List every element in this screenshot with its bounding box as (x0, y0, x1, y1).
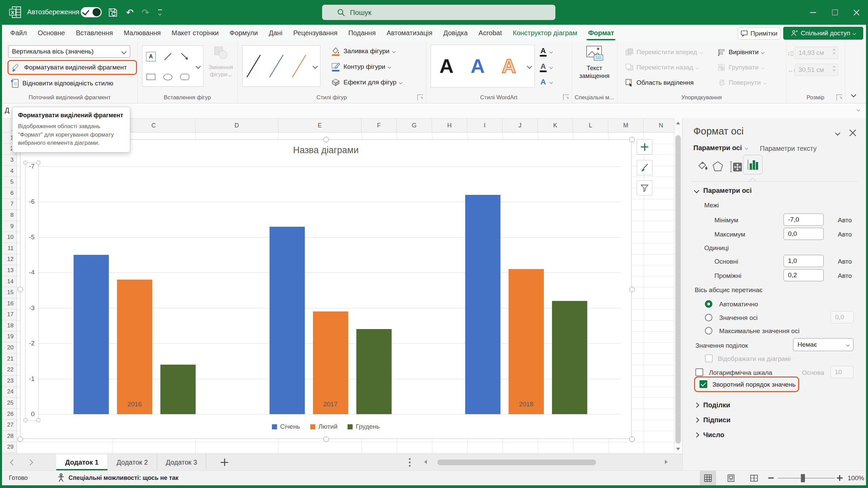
arrow-shape-icon[interactable] (176, 46, 193, 68)
undo-icon[interactable]: ↶ (124, 7, 136, 18)
ribbon-tab[interactable]: Дані (263, 25, 288, 41)
column-header[interactable]: N (644, 118, 674, 133)
row-header[interactable]: 15 (2, 287, 17, 298)
row-header[interactable]: 5 (2, 177, 17, 188)
log-scale-checkbox[interactable] (695, 368, 703, 376)
y-axis-tick-label[interactable]: -2 (20, 340, 35, 347)
chart-element-dropdown[interactable]: Вертикальна вісь (значень) (8, 45, 130, 58)
quick-access-menu-icon[interactable] (158, 9, 162, 16)
row-header[interactable]: 24 (2, 387, 17, 398)
oval-shape-icon[interactable] (159, 68, 176, 87)
row-header[interactable]: 28 (2, 431, 17, 442)
bar-Січень-2017[interactable] (270, 227, 305, 414)
axis-options-icon-selected[interactable] (743, 155, 763, 175)
bar-Січень-2018[interactable] (465, 195, 500, 414)
row-header[interactable]: 17 (2, 309, 17, 321)
sheet-tab[interactable]: Додаток 2 (108, 454, 157, 470)
accessibility-status[interactable]: Спеціальні можливості: щось не так (57, 473, 178, 482)
row-header[interactable]: 11 (2, 243, 17, 254)
ribbon-tab[interactable]: Макет сторінки (166, 25, 224, 41)
ribbon-tab[interactable]: Рецензування (288, 25, 343, 41)
wordart-style-blue[interactable]: A (471, 56, 485, 76)
zoom-level[interactable]: 100% (848, 474, 864, 482)
add-sheet-button[interactable] (221, 459, 228, 466)
radio-axis-maximum[interactable] (705, 327, 712, 334)
search-input[interactable]: Пошук (322, 5, 555, 20)
more-wordart-button[interactable] (524, 45, 535, 87)
close-button[interactable] (846, 0, 867, 25)
scroll-left-icon[interactable] (424, 460, 427, 464)
row-header[interactable]: 3 (2, 155, 17, 166)
wordart-style-black[interactable]: A (439, 56, 454, 76)
chart-selection-handle[interactable] (18, 287, 23, 292)
scroll-down-icon[interactable] (676, 448, 680, 450)
ribbon-tab[interactable]: Формат (583, 25, 619, 41)
y-axis-tick-label[interactable]: -6 (20, 198, 35, 205)
row-header[interactable]: 29 (2, 442, 17, 453)
text-box-icon[interactable]: A (142, 46, 159, 68)
ribbon-tab[interactable]: Формули (224, 25, 263, 41)
row-header[interactable]: 7 (2, 199, 17, 210)
ribbon-tab[interactable]: Подання (343, 25, 381, 41)
row-header[interactable]: 12 (2, 254, 17, 265)
major-auto-button[interactable]: Авто (838, 258, 852, 265)
panel-close-icon[interactable] (849, 128, 856, 136)
column-header[interactable]: K (538, 118, 573, 133)
page-break-view-button[interactable] (746, 471, 762, 485)
panel-tab-axis-options[interactable]: Параметри осі (693, 144, 748, 152)
chart-selection-handle[interactable] (629, 137, 635, 142)
text-outline-button[interactable]: A (540, 62, 552, 72)
ribbon-tab[interactable]: Автоматизація (381, 25, 438, 41)
normal-view-button[interactable] (700, 471, 716, 485)
scroll-right-icon[interactable] (665, 460, 668, 464)
radio-automatic[interactable] (705, 300, 712, 308)
row-header[interactable]: 10 (2, 232, 17, 243)
max-input[interactable]: 0,0 (784, 228, 824, 240)
scrollbar-thumb[interactable] (675, 135, 681, 444)
y-axis-tick-label[interactable]: 0 (20, 410, 35, 418)
minor-unit-input[interactable]: 0,2 (784, 269, 824, 281)
line-style-orange[interactable] (288, 46, 310, 86)
rounded-rectangle-shape-icon[interactable] (176, 68, 193, 87)
column-header[interactable]: H (432, 118, 467, 133)
name-box[interactable]: Д (5, 106, 9, 114)
section-Підписи[interactable]: Підписи (695, 416, 730, 424)
column-header[interactable]: D (195, 118, 278, 133)
line-shape-icon[interactable] (159, 46, 176, 68)
major-unit-input[interactable]: 1,0 (784, 255, 824, 267)
reset-style-button[interactable]: Відновити відповідність стилю (7, 77, 137, 89)
page-layout-view-button[interactable] (723, 471, 739, 485)
horizontal-scrollbar-thumb[interactable] (437, 460, 596, 465)
chart-selection-handle[interactable] (323, 436, 329, 442)
column-header[interactable]: J (502, 118, 538, 133)
maximize-button[interactable] (824, 0, 846, 25)
line-style-black[interactable] (242, 46, 265, 86)
y-axis-tick-label[interactable]: -5 (20, 233, 35, 241)
text-effects-button[interactable]: A (540, 78, 552, 86)
chart-legend[interactable]: СіченьЛютийГрудень (20, 423, 631, 430)
min-auto-button[interactable]: Авто (838, 217, 852, 224)
chart-styles-button[interactable] (637, 160, 652, 175)
row-header[interactable]: 6 (2, 188, 17, 199)
row-header[interactable]: 25 (2, 398, 17, 409)
column-header[interactable]: M (608, 118, 644, 133)
ribbon-tab[interactable]: Довідка (438, 25, 473, 41)
row-header[interactable]: 16 (2, 298, 17, 309)
column-header[interactable]: F (361, 118, 397, 133)
legend-item[interactable]: Січень (272, 423, 300, 430)
rectangle-shape-icon[interactable] (142, 68, 159, 87)
column-header[interactable]: E (278, 118, 361, 133)
dialog-launcher-icon[interactable]: ↘ (563, 95, 569, 100)
sheet-menu-icon[interactable] (409, 458, 411, 468)
display-units-dropdown[interactable]: Немає (793, 338, 853, 351)
chart-selection-handle[interactable] (629, 287, 635, 292)
category-label[interactable]: 2017 (307, 401, 354, 408)
row-header[interactable]: 9 (2, 221, 17, 232)
ribbon-tab[interactable]: Вставлення (71, 25, 118, 41)
text-fill-button[interactable]: A (540, 47, 552, 57)
y-axis-tick-label[interactable]: -3 (20, 304, 35, 312)
row-header[interactable]: 19 (2, 331, 17, 343)
panel-collapse-icon[interactable] (835, 130, 841, 136)
section-Поділки[interactable]: Поділки (695, 401, 730, 409)
ribbon-tab[interactable]: Конструктор діаграм (507, 25, 583, 41)
